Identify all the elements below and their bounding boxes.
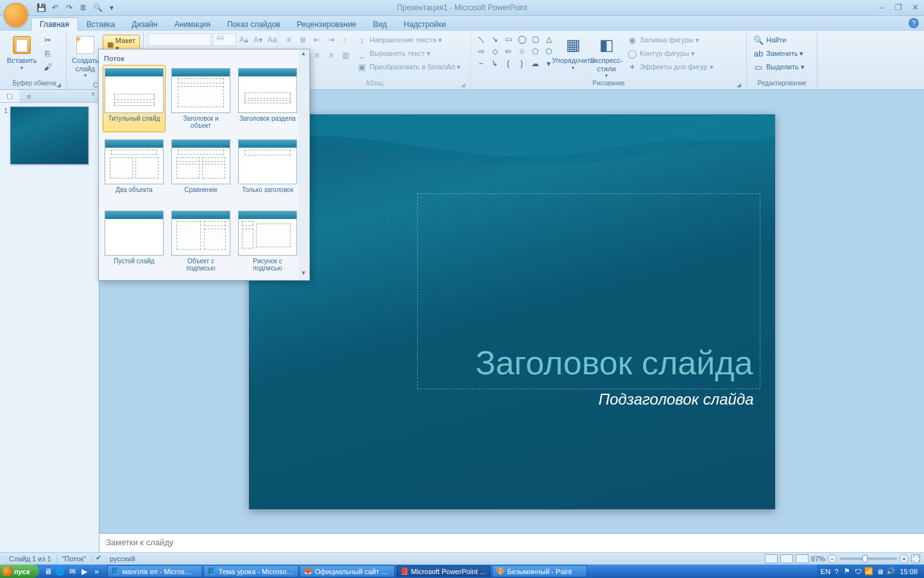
qat-preview[interactable]: 🔍 [92,2,103,13]
layout-item-7[interactable]: Объект с подписью [169,207,232,275]
zoom-slider[interactable] [839,557,897,560]
shape-rrect[interactable]: ▢ [529,33,542,45]
subtitle-placeholder[interactable]: Подзаголовок слайда [417,390,760,408]
quick-styles-button[interactable]: ◧Экспресс-стили▾ [591,33,622,80]
taskbar-task-1[interactable]: 📘Тема урока - Microso… [203,565,298,577]
layout-item-2[interactable]: Заголовок раздела [236,65,299,132]
shape-diamond[interactable]: ◇ [488,46,501,57]
zoom-fit[interactable]: ⛶ [911,554,920,563]
new-slide-button[interactable]: Создать слайд▾ [71,33,100,80]
shape-curve[interactable]: ~ [475,58,488,69]
ql-mail[interactable]: ✉ [67,566,78,577]
view-normal[interactable] [765,554,778,563]
clear-format[interactable]: Aa [266,33,278,46]
ql-more[interactable]: » [92,566,102,577]
copy-button[interactable]: ⎘ [40,47,55,60]
tray-help-icon[interactable]: ? [832,567,841,576]
qat-save[interactable]: 💾 [35,2,47,13]
cut-button[interactable]: ✂ [40,33,55,46]
find-button[interactable]: 🔍Найти [751,33,807,46]
layout-item-3[interactable]: Два объекта [103,136,166,204]
slide-thumbnail-1[interactable]: 1 [4,107,95,164]
start-button[interactable]: пуск [0,565,39,578]
qat-redo[interactable]: ↷ [64,2,75,13]
justify[interactable]: ≡ [325,49,338,62]
decrease-indent[interactable]: ⇤ [311,33,323,46]
align-right[interactable]: ≡ [311,49,323,62]
columns-button[interactable]: ▥ [339,49,352,62]
view-slideshow[interactable] [796,554,809,563]
tray-lang[interactable]: EN [821,567,830,576]
taskbar-task-0[interactable]: 📘мангілік ел - Micros… [107,565,202,577]
shape-brace[interactable]: { [502,58,515,69]
grow-font[interactable]: A▴ [237,33,250,46]
layout-item-5[interactable]: Только заголовок [236,136,299,204]
ql-desktop[interactable]: 🖥 [43,566,53,577]
shape-connector[interactable]: ↳ [488,58,501,69]
spellcheck-icon[interactable]: ✔ [96,554,106,564]
outline-close[interactable]: × [87,90,99,102]
taskbar-task-3[interactable]: 📕Microsoft PowerPoint … [396,565,491,577]
shape-brace2[interactable]: } [515,58,528,69]
layout-item-4[interactable]: Сравнение [169,136,232,204]
title-placeholder[interactable]: Заголовок слайда [417,193,760,389]
shape-larrow[interactable]: ⇦ [502,46,515,57]
shape-cloud[interactable]: ☁ [529,58,542,69]
bullets-button[interactable]: ≡ [282,33,295,46]
font-name-combo[interactable] [148,33,212,46]
popup-scroll-up[interactable]: ▲ [298,50,309,60]
increase-indent[interactable]: ⇥ [325,33,338,46]
tab-home[interactable]: Главная [31,17,78,31]
shape-oval[interactable]: ◯ [515,33,528,45]
layout-item-1[interactable]: Заголовок и объект [169,65,232,132]
taskbar-task-2[interactable]: 🦊Официальный сайт … [300,565,395,577]
tab-addins[interactable]: Надстройки [395,18,454,31]
shape-line[interactable]: ＼ [475,33,488,45]
tray-icon-3[interactable]: 📶 [864,567,873,576]
tray-icon-5[interactable]: 🔊 [886,567,895,576]
shape-hex[interactable]: ⬡ [542,46,555,57]
slide-canvas[interactable]: Заголовок слайда Подзаголовок слайда [249,114,775,509]
qat-customize[interactable]: ▾ [106,2,117,13]
layout-item-0[interactable]: Титульный слайд [103,65,166,132]
replace-button[interactable]: abЗаменить ▾ [751,47,807,60]
zoom-in[interactable]: + [900,554,909,563]
tab-insert[interactable]: Вставка [78,18,124,31]
tab-review[interactable]: Рецензирование [289,18,365,31]
restore-button[interactable]: ❐ [893,3,903,13]
para-expand[interactable]: ◢ [461,82,465,88]
outline-tab-outline[interactable]: ≡ [19,90,38,102]
clipboard-expand[interactable]: ◢ [56,82,61,88]
taskbar-task-4[interactable]: 🎨Безымянный - Paint [492,565,587,577]
shape-fill-button[interactable]: ◉Заливка фигуры ▾ [624,33,716,46]
status-language[interactable]: русский [110,555,135,563]
shape-triangle[interactable]: △ [542,33,555,45]
shape-penta[interactable]: ⬠ [529,46,542,57]
tray-clock[interactable]: 15:08 [897,568,920,575]
qat-undo[interactable]: ↶ [49,2,61,13]
ql-media[interactable]: ▶ [80,566,90,577]
numbering-button[interactable]: ≣ [296,33,309,46]
office-button[interactable] [4,3,28,27]
shape-arrow[interactable]: ↘ [488,33,501,45]
tab-slideshow[interactable]: Показ слайдов [219,18,289,31]
close-button[interactable]: ✕ [910,3,920,13]
shape-star[interactable]: ☆ [515,46,528,57]
drawing-expand[interactable]: ◢ [737,82,741,88]
arrange-button[interactable]: ▦Упорядочить▾ [558,33,588,72]
shrink-font[interactable]: A▾ [252,33,264,46]
tray-icon-2[interactable]: 🛡 [853,567,862,576]
minimize-button[interactable]: – [877,3,887,13]
shape-rarrow[interactable]: ⇨ [475,46,488,57]
shape-rect[interactable]: ▭ [502,33,515,45]
select-button[interactable]: ▭Выделить ▾ [751,60,807,73]
tray-icon-4[interactable]: 🖥 [875,567,884,576]
ql-browser[interactable]: 🌐 [55,566,65,577]
help-button[interactable]: ? [909,18,919,28]
qat-print[interactable]: 🗎 [78,2,89,13]
layout-item-6[interactable]: Пустой слайд [103,207,166,275]
tab-animation[interactable]: Анимация [166,18,219,31]
popup-scroll-down[interactable]: ▼ [298,270,309,279]
line-spacing[interactable]: ↕ [339,33,352,46]
align-text-button[interactable]: ⎯Выровнять текст ▾ [354,47,463,60]
